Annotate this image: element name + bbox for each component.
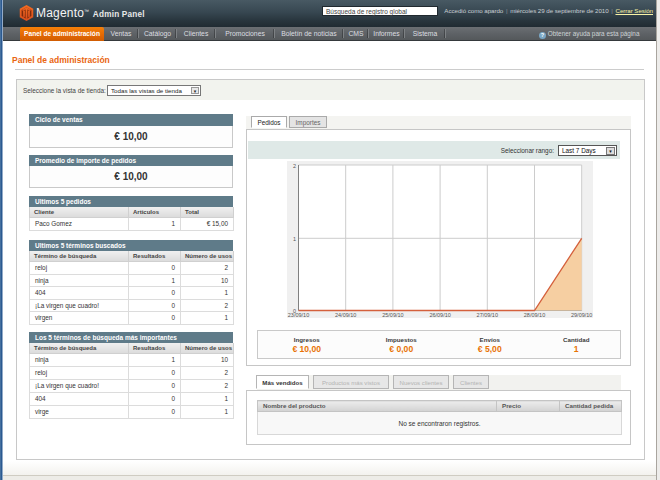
svg-text:1: 1 [293,236,296,242]
svg-text:24/09/10: 24/09/10 [335,312,356,318]
svg-text:26/09/10: 26/09/10 [429,312,450,318]
svg-text:25/09/10: 25/09/10 [382,312,403,318]
svg-text:2: 2 [293,163,296,169]
svg-text:23/09/10: 23/09/10 [288,312,309,318]
svg-text:27/09/10: 27/09/10 [477,312,498,318]
svg-text:29/09/10: 29/09/10 [571,312,592,318]
svg-text:28/09/10: 28/09/10 [524,312,545,318]
